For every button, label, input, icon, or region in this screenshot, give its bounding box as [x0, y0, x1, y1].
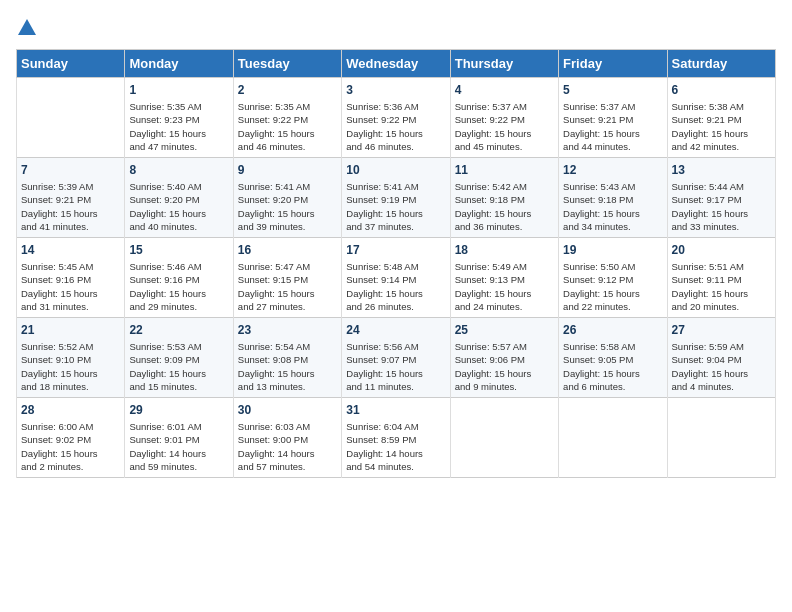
- calendar-week-row: 28Sunrise: 6:00 AMSunset: 9:02 PMDayligh…: [17, 398, 776, 478]
- cell-content-line: Daylight: 15 hours: [129, 207, 228, 220]
- cell-content-line: Daylight: 15 hours: [238, 127, 337, 140]
- calendar-cell: 22Sunrise: 5:53 AMSunset: 9:09 PMDayligh…: [125, 318, 233, 398]
- cell-content-line: and 24 minutes.: [455, 300, 554, 313]
- cell-content-line: and 41 minutes.: [21, 220, 120, 233]
- day-number: 6: [672, 82, 771, 99]
- cell-content-line: Sunset: 9:21 PM: [21, 193, 120, 206]
- cell-content-line: Sunset: 9:02 PM: [21, 433, 120, 446]
- cell-content-line: Sunrise: 5:56 AM: [346, 340, 445, 353]
- calendar-cell: 19Sunrise: 5:50 AMSunset: 9:12 PMDayligh…: [559, 238, 667, 318]
- calendar-cell: [17, 78, 125, 158]
- cell-content-line: and 13 minutes.: [238, 380, 337, 393]
- cell-content-line: Sunrise: 5:39 AM: [21, 180, 120, 193]
- calendar-table: SundayMondayTuesdayWednesdayThursdayFrid…: [16, 49, 776, 478]
- cell-content-line: and 20 minutes.: [672, 300, 771, 313]
- calendar-cell: [667, 398, 775, 478]
- cell-content-line: Daylight: 15 hours: [21, 447, 120, 460]
- cell-content-line: Daylight: 15 hours: [455, 367, 554, 380]
- cell-content-line: Daylight: 15 hours: [455, 287, 554, 300]
- calendar-cell: 17Sunrise: 5:48 AMSunset: 9:14 PMDayligh…: [342, 238, 450, 318]
- cell-content-line: Sunrise: 5:41 AM: [238, 180, 337, 193]
- cell-content-line: Daylight: 15 hours: [129, 127, 228, 140]
- cell-content-line: Daylight: 14 hours: [346, 447, 445, 460]
- cell-content-line: and 4 minutes.: [672, 380, 771, 393]
- day-number: 31: [346, 402, 445, 419]
- cell-content-line: Sunset: 9:09 PM: [129, 353, 228, 366]
- calendar-cell: 1Sunrise: 5:35 AMSunset: 9:23 PMDaylight…: [125, 78, 233, 158]
- day-number: 5: [563, 82, 662, 99]
- cell-content-line: Daylight: 15 hours: [238, 207, 337, 220]
- weekday-header: Wednesday: [342, 50, 450, 78]
- calendar-cell: 5Sunrise: 5:37 AMSunset: 9:21 PMDaylight…: [559, 78, 667, 158]
- cell-content-line: Sunset: 9:22 PM: [455, 113, 554, 126]
- calendar-cell: 23Sunrise: 5:54 AMSunset: 9:08 PMDayligh…: [233, 318, 341, 398]
- calendar-cell: [450, 398, 558, 478]
- cell-content-line: and 46 minutes.: [238, 140, 337, 153]
- day-number: 23: [238, 322, 337, 339]
- day-number: 16: [238, 242, 337, 259]
- cell-content-line: Daylight: 15 hours: [21, 367, 120, 380]
- cell-content-line: and 18 minutes.: [21, 380, 120, 393]
- cell-content-line: Daylight: 15 hours: [346, 287, 445, 300]
- cell-content-line: Sunrise: 5:46 AM: [129, 260, 228, 273]
- cell-content-line: Sunrise: 5:53 AM: [129, 340, 228, 353]
- cell-content-line: Daylight: 14 hours: [129, 447, 228, 460]
- cell-content-line: Sunrise: 5:37 AM: [563, 100, 662, 113]
- calendar-cell: 8Sunrise: 5:40 AMSunset: 9:20 PMDaylight…: [125, 158, 233, 238]
- day-number: 12: [563, 162, 662, 179]
- calendar-cell: [559, 398, 667, 478]
- cell-content-line: Daylight: 15 hours: [238, 287, 337, 300]
- weekday-row: SundayMondayTuesdayWednesdayThursdayFrid…: [17, 50, 776, 78]
- day-number: 19: [563, 242, 662, 259]
- cell-content-line: Sunset: 8:59 PM: [346, 433, 445, 446]
- cell-content-line: Daylight: 15 hours: [672, 367, 771, 380]
- cell-content-line: Sunrise: 5:43 AM: [563, 180, 662, 193]
- day-number: 29: [129, 402, 228, 419]
- cell-content-line: Sunset: 9:04 PM: [672, 353, 771, 366]
- calendar-cell: 15Sunrise: 5:46 AMSunset: 9:16 PMDayligh…: [125, 238, 233, 318]
- cell-content-line: Sunset: 9:14 PM: [346, 273, 445, 286]
- cell-content-line: Sunrise: 5:42 AM: [455, 180, 554, 193]
- page: SundayMondayTuesdayWednesdayThursdayFrid…: [0, 0, 792, 488]
- cell-content-line: Sunset: 9:00 PM: [238, 433, 337, 446]
- cell-content-line: Sunset: 9:10 PM: [21, 353, 120, 366]
- header: [16, 16, 776, 39]
- weekday-header: Monday: [125, 50, 233, 78]
- day-number: 26: [563, 322, 662, 339]
- cell-content-line: and 2 minutes.: [21, 460, 120, 473]
- calendar-cell: 16Sunrise: 5:47 AMSunset: 9:15 PMDayligh…: [233, 238, 341, 318]
- cell-content-line: Sunrise: 5:47 AM: [238, 260, 337, 273]
- logo: [16, 16, 38, 39]
- cell-content-line: Daylight: 15 hours: [346, 367, 445, 380]
- cell-content-line: Sunset: 9:05 PM: [563, 353, 662, 366]
- weekday-header: Thursday: [450, 50, 558, 78]
- cell-content-line: Sunrise: 5:58 AM: [563, 340, 662, 353]
- calendar-cell: 4Sunrise: 5:37 AMSunset: 9:22 PMDaylight…: [450, 78, 558, 158]
- calendar-cell: 18Sunrise: 5:49 AMSunset: 9:13 PMDayligh…: [450, 238, 558, 318]
- cell-content-line: Daylight: 15 hours: [563, 207, 662, 220]
- cell-content-line: Daylight: 15 hours: [563, 287, 662, 300]
- cell-content-line: and 29 minutes.: [129, 300, 228, 313]
- weekday-header: Friday: [559, 50, 667, 78]
- cell-content-line: Daylight: 15 hours: [21, 207, 120, 220]
- calendar-cell: 25Sunrise: 5:57 AMSunset: 9:06 PMDayligh…: [450, 318, 558, 398]
- cell-content-line: Sunrise: 5:59 AM: [672, 340, 771, 353]
- cell-content-line: Sunrise: 5:36 AM: [346, 100, 445, 113]
- cell-content-line: Sunrise: 5:51 AM: [672, 260, 771, 273]
- cell-content-line: Sunrise: 5:35 AM: [238, 100, 337, 113]
- calendar-cell: 10Sunrise: 5:41 AMSunset: 9:19 PMDayligh…: [342, 158, 450, 238]
- cell-content-line: Sunrise: 5:49 AM: [455, 260, 554, 273]
- cell-content-line: Daylight: 15 hours: [455, 207, 554, 220]
- cell-content-line: Sunset: 9:12 PM: [563, 273, 662, 286]
- cell-content-line: Daylight: 15 hours: [455, 127, 554, 140]
- cell-content-line: and 42 minutes.: [672, 140, 771, 153]
- cell-content-line: Sunset: 9:20 PM: [238, 193, 337, 206]
- calendar-cell: 21Sunrise: 5:52 AMSunset: 9:10 PMDayligh…: [17, 318, 125, 398]
- cell-content-line: and 9 minutes.: [455, 380, 554, 393]
- cell-content-line: and 59 minutes.: [129, 460, 228, 473]
- cell-content-line: and 37 minutes.: [346, 220, 445, 233]
- day-number: 24: [346, 322, 445, 339]
- day-number: 18: [455, 242, 554, 259]
- calendar-cell: 9Sunrise: 5:41 AMSunset: 9:20 PMDaylight…: [233, 158, 341, 238]
- cell-content-line: Daylight: 15 hours: [129, 287, 228, 300]
